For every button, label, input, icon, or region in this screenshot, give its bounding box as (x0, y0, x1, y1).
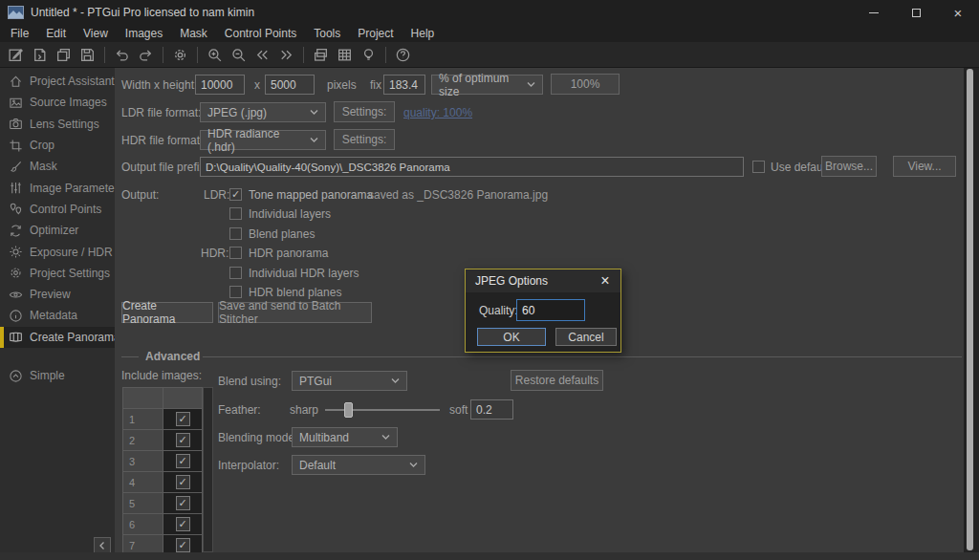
output-prefix-input[interactable] (200, 157, 744, 177)
table-row[interactable]: 4 (122, 472, 213, 493)
image-5-checkbox[interactable] (176, 496, 190, 510)
maximize-button[interactable] (895, 0, 937, 25)
interpolator-dropdown[interactable]: Default (292, 455, 425, 475)
cancel-button[interactable]: Cancel (555, 328, 617, 346)
menu-file[interactable]: File (2, 25, 37, 42)
image-4-checkbox[interactable] (176, 475, 190, 489)
menu-project[interactable]: Project (349, 25, 402, 42)
sharp-label: sharp (290, 403, 318, 417)
next-image-icon[interactable] (274, 44, 298, 66)
sidebar-item-crop[interactable]: Crop (0, 135, 115, 156)
use-default-label: Use default (771, 161, 829, 174)
image-3-checkbox[interactable] (176, 454, 190, 468)
sidebar-item-metadata[interactable]: Metadata (0, 305, 115, 326)
scrollbar-thumb[interactable] (967, 69, 973, 550)
set-optimum-button[interactable]: 100% (551, 74, 620, 95)
sidebar-item-simple[interactable]: Simple (0, 365, 115, 386)
sidebar-item-control-points[interactable]: Control Points (0, 199, 115, 220)
table-row[interactable]: 5 (122, 493, 213, 514)
quality-input[interactable] (516, 299, 585, 321)
brush-icon (9, 160, 23, 174)
batch-stitcher-button[interactable]: Save and send to Batch Stitcher (218, 302, 372, 323)
sidebar-item-project-settings[interactable]: Project Settings (0, 263, 115, 284)
slider-thumb[interactable] (344, 402, 353, 418)
menu-images[interactable]: Images (117, 25, 171, 42)
table-row[interactable]: 6 (122, 514, 213, 535)
table-header-num (122, 387, 163, 409)
export-icon[interactable] (28, 44, 52, 66)
browse-button[interactable]: Browse... (821, 156, 877, 177)
blending-mode-label: Blending mode: (218, 431, 297, 444)
detail-viewer-icon[interactable] (333, 44, 357, 66)
image-7-checkbox[interactable] (176, 538, 190, 552)
panorama-editor-icon[interactable] (309, 44, 333, 66)
table-scrollbar[interactable] (203, 387, 213, 552)
individual-layers-checkbox[interactable] (229, 207, 242, 220)
feather-value-input[interactable] (470, 399, 513, 420)
minimize-button[interactable] (853, 0, 895, 25)
quality-link[interactable]: quality: 100% (403, 106, 472, 119)
sidebar-collapse-button[interactable] (94, 537, 111, 553)
edit-project-icon[interactable] (4, 44, 28, 66)
menu-mask[interactable]: Mask (171, 25, 216, 42)
help-icon[interactable] (391, 44, 415, 66)
table-row[interactable]: 1 (122, 409, 213, 430)
sidebar-item-source-images[interactable]: Source Images (0, 92, 115, 113)
hdr-format-dropdown[interactable]: HDR radiance (.hdr) (200, 130, 326, 150)
sidebar-item-optimizer[interactable]: Optimizer (0, 220, 115, 241)
dialog-close-button[interactable]: × (596, 271, 615, 291)
sidebar-item-project-assistant[interactable]: Project Assistant (0, 71, 115, 92)
restore-defaults-button[interactable]: Restore defaults (511, 370, 603, 391)
close-button[interactable]: × (937, 0, 979, 25)
menu-help[interactable]: Help (402, 25, 444, 42)
blend-using-dropdown[interactable]: PTGui (292, 371, 407, 391)
sidebar-item-image-parameters[interactable]: Image Parameters (0, 177, 115, 198)
hdr-blend-planes-checkbox[interactable] (229, 286, 242, 298)
feather-slider[interactable] (325, 402, 440, 418)
view-button[interactable]: View... (893, 156, 956, 177)
sidebar-item-exposure-hdr[interactable]: Exposure / HDR (0, 241, 115, 262)
zoom-out-icon[interactable] (227, 44, 250, 66)
ldr-format-dropdown[interactable]: JPEG (.jpg) (200, 102, 326, 122)
redo-icon[interactable] (134, 44, 158, 66)
fix-mode-dropdown[interactable]: % of optimum size (431, 75, 543, 95)
previous-image-icon[interactable] (250, 44, 274, 66)
vertical-scrollbar[interactable] (964, 68, 979, 552)
individual-hdr-layers-checkbox[interactable] (229, 267, 242, 279)
sidebar-item-create-panorama[interactable]: Create Panorama (0, 327, 115, 348)
sidebar-item-mask[interactable]: Mask (0, 156, 115, 177)
fix-at-input[interactable] (383, 75, 425, 95)
settings-gear-icon[interactable] (168, 44, 192, 66)
blend-using-label: Blend using: (218, 375, 281, 388)
height-input[interactable] (265, 75, 315, 95)
blend-planes-checkbox[interactable] (229, 227, 242, 240)
save-icon[interactable] (76, 44, 99, 66)
table-row[interactable]: 3 (122, 451, 213, 472)
highlight-bulb-icon[interactable] (357, 44, 381, 66)
create-panorama-button[interactable]: Create Panorama (121, 302, 213, 323)
ldr-settings-button[interactable]: Settings: (334, 101, 395, 122)
image-1-checkbox[interactable] (176, 412, 190, 426)
image-6-checkbox[interactable] (176, 517, 190, 531)
image-2-checkbox[interactable] (176, 433, 190, 447)
menu-edit[interactable]: Edit (37, 25, 75, 42)
individual-layers-label: Individual layers (249, 207, 331, 221)
title-bar: Untitled * - PTGui Pro licensed to nam k… (0, 0, 979, 25)
duplicate-icon[interactable] (52, 44, 76, 66)
tone-mapped-checkbox[interactable] (229, 188, 242, 201)
blending-mode-dropdown[interactable]: Multiband (292, 427, 398, 447)
use-default-checkbox[interactable] (752, 161, 765, 173)
table-row[interactable]: 7 (122, 535, 213, 552)
sidebar-item-lens-settings[interactable]: Lens Settings (0, 114, 115, 135)
menu-control-points[interactable]: Control Points (216, 25, 305, 42)
menu-view[interactable]: View (75, 25, 117, 42)
zoom-in-icon[interactable] (203, 44, 227, 66)
sidebar-item-preview[interactable]: Preview (0, 284, 115, 305)
undo-icon[interactable] (110, 44, 134, 66)
ok-button[interactable]: OK (477, 328, 546, 346)
width-input[interactable] (195, 75, 245, 95)
menu-tools[interactable]: Tools (305, 25, 349, 42)
table-row[interactable]: 2 (122, 430, 213, 451)
hdr-settings-button[interactable]: Settings: (334, 129, 395, 150)
hdr-panorama-checkbox[interactable] (229, 247, 242, 259)
